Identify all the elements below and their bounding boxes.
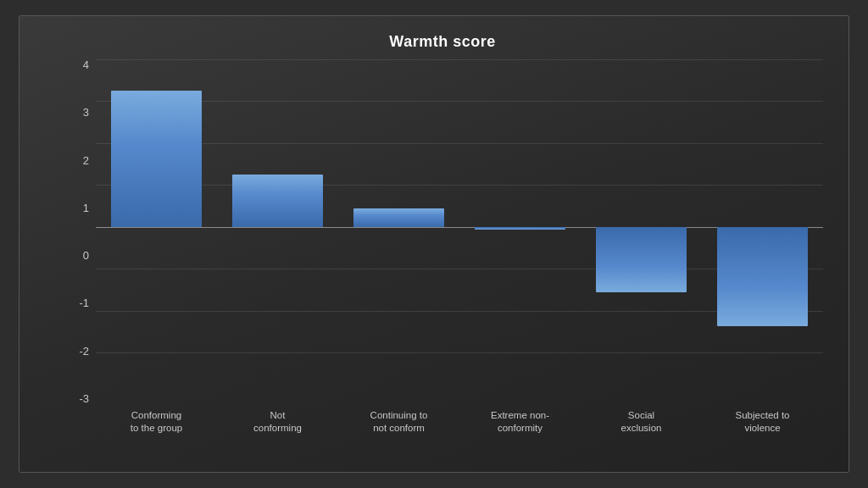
bar-label-social: Socialexclusion bbox=[581, 404, 702, 455]
bar-not-conforming bbox=[232, 175, 323, 227]
bar-wrapper-social bbox=[596, 227, 687, 292]
bars-and-grid bbox=[96, 59, 823, 404]
labels-row: Conformingto the groupNotconformingConti… bbox=[96, 404, 823, 455]
bar-wrapper-violence bbox=[717, 227, 808, 325]
bar-wrapper-extreme bbox=[475, 227, 565, 229]
bar-extreme bbox=[475, 227, 565, 229]
chart-title: Warmth score bbox=[62, 33, 823, 51]
bar-wrapper-not-conforming bbox=[232, 175, 323, 227]
bar-continuing bbox=[353, 208, 444, 227]
y-axis-label: -1 bbox=[62, 297, 96, 308]
y-axis-label: 0 bbox=[62, 250, 96, 261]
bar-label-continuing: Continuing tonot conform bbox=[338, 404, 459, 455]
bar-wrapper-conforming bbox=[111, 91, 202, 227]
bar-group-extreme bbox=[459, 59, 581, 353]
y-axis-label: -3 bbox=[62, 393, 96, 404]
bar-group-violence bbox=[702, 59, 823, 353]
y-axis: 43210-1-2-3 bbox=[62, 59, 96, 455]
bar-label-extreme: Extreme non-conformity bbox=[459, 404, 581, 455]
bar-label-not-conforming: Notconforming bbox=[217, 404, 338, 455]
bar-violence bbox=[717, 227, 808, 325]
bar-group-social bbox=[581, 59, 702, 353]
bar-conforming bbox=[111, 91, 202, 227]
bar-label-conforming: Conformingto the group bbox=[96, 404, 217, 455]
y-axis-label: -2 bbox=[62, 346, 96, 357]
y-axis-label: 4 bbox=[62, 59, 96, 70]
bar-label-violence: Subjected toviolence bbox=[702, 404, 823, 455]
chart-area: 43210-1-2-3 Conformingto the groupNotcon… bbox=[62, 59, 823, 455]
y-axis-label: 3 bbox=[62, 107, 96, 118]
chart-inner: Conformingto the groupNotconformingConti… bbox=[96, 59, 823, 455]
bars-container bbox=[96, 59, 823, 353]
y-axis-label: 2 bbox=[62, 155, 96, 166]
bar-group-not-conforming bbox=[217, 59, 338, 353]
chart-container: Warmth score 43210-1-2-3 Conformingto th… bbox=[19, 15, 849, 473]
bar-group-continuing bbox=[338, 59, 459, 353]
y-axis-label: 1 bbox=[62, 202, 96, 214]
bar-group-conforming bbox=[96, 59, 217, 353]
bar-social bbox=[596, 227, 687, 292]
bar-wrapper-continuing bbox=[353, 208, 444, 227]
